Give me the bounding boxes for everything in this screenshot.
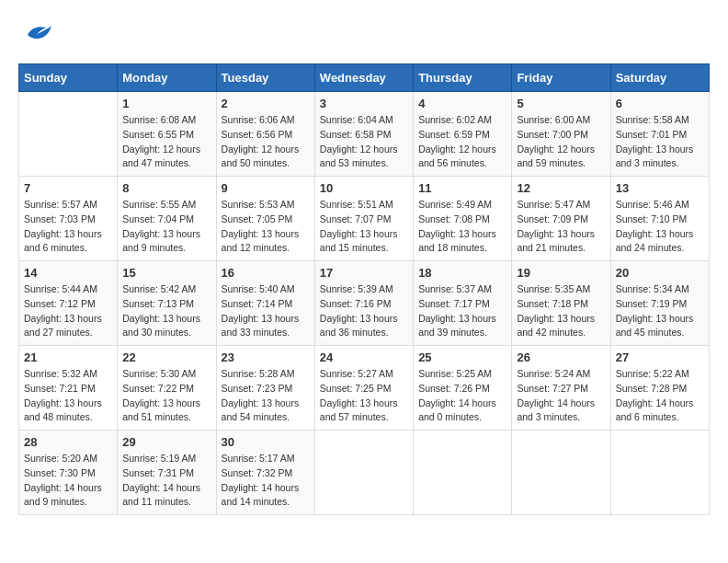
calendar-cell: 10Sunrise: 5:51 AMSunset: 7:07 PMDayligh… bbox=[314, 177, 413, 261]
calendar-cell: 2Sunrise: 6:06 AMSunset: 6:56 PMDaylight… bbox=[216, 92, 314, 177]
day-info: Sunrise: 5:49 AMSunset: 7:08 PMDaylight:… bbox=[418, 198, 506, 256]
day-number: 22 bbox=[122, 350, 210, 364]
calendar-cell bbox=[314, 431, 413, 515]
day-info: Sunrise: 6:04 AMSunset: 6:58 PMDaylight:… bbox=[320, 113, 408, 171]
day-number: 4 bbox=[418, 97, 506, 110]
calendar-cell: 24Sunrise: 5:27 AMSunset: 7:25 PMDayligh… bbox=[314, 346, 413, 431]
day-info: Sunrise: 5:51 AMSunset: 7:07 PMDaylight:… bbox=[320, 198, 408, 256]
calendar-cell bbox=[19, 92, 118, 177]
logo bbox=[18, 18, 53, 54]
day-number: 18 bbox=[418, 266, 506, 280]
day-info: Sunrise: 5:22 AMSunset: 7:28 PMDaylight:… bbox=[616, 367, 704, 425]
calendar-cell: 4Sunrise: 6:02 AMSunset: 6:59 PMDaylight… bbox=[414, 92, 512, 177]
day-info: Sunrise: 5:30 AMSunset: 7:22 PMDaylight:… bbox=[122, 367, 210, 425]
day-info: Sunrise: 5:37 AMSunset: 7:17 PMDaylight:… bbox=[418, 282, 506, 340]
day-info: Sunrise: 5:17 AMSunset: 7:32 PMDaylight:… bbox=[222, 452, 310, 510]
day-number: 8 bbox=[122, 181, 210, 195]
calendar-cell: 12Sunrise: 5:47 AMSunset: 7:09 PMDayligh… bbox=[512, 177, 610, 261]
calendar-cell: 11Sunrise: 5:49 AMSunset: 7:08 PMDayligh… bbox=[414, 177, 512, 261]
day-number: 24 bbox=[320, 350, 408, 364]
day-number: 13 bbox=[616, 181, 704, 195]
calendar-cell: 8Sunrise: 5:55 AMSunset: 7:04 PMDaylight… bbox=[118, 177, 216, 261]
calendar-cell: 26Sunrise: 5:24 AMSunset: 7:27 PMDayligh… bbox=[512, 346, 610, 431]
column-header-wednesday: Wednesday bbox=[314, 64, 413, 92]
calendar-cell: 27Sunrise: 5:22 AMSunset: 7:28 PMDayligh… bbox=[610, 346, 709, 431]
day-info: Sunrise: 5:34 AMSunset: 7:19 PMDaylight:… bbox=[616, 282, 704, 340]
calendar-week-5: 28Sunrise: 5:20 AMSunset: 7:30 PMDayligh… bbox=[19, 431, 710, 515]
day-info: Sunrise: 5:39 AMSunset: 7:16 PMDaylight:… bbox=[320, 282, 408, 340]
calendar-cell: 13Sunrise: 5:46 AMSunset: 7:10 PMDayligh… bbox=[610, 177, 709, 261]
column-header-sunday: Sunday bbox=[19, 64, 118, 92]
calendar-week-2: 7Sunrise: 5:57 AMSunset: 7:03 PMDaylight… bbox=[19, 177, 710, 261]
day-info: Sunrise: 5:47 AMSunset: 7:09 PMDaylight:… bbox=[517, 198, 605, 256]
day-number: 28 bbox=[24, 435, 112, 449]
logo-bird-icon bbox=[24, 18, 53, 54]
column-header-tuesday: Tuesday bbox=[216, 64, 314, 92]
day-info: Sunrise: 5:44 AMSunset: 7:12 PMDaylight:… bbox=[24, 282, 112, 340]
day-number: 23 bbox=[222, 350, 310, 364]
calendar-cell: 14Sunrise: 5:44 AMSunset: 7:12 PMDayligh… bbox=[19, 261, 118, 346]
day-number: 10 bbox=[320, 181, 408, 195]
day-number: 29 bbox=[122, 435, 210, 449]
day-number: 2 bbox=[222, 97, 310, 110]
day-info: Sunrise: 5:19 AMSunset: 7:31 PMDaylight:… bbox=[122, 452, 210, 510]
calendar-table: SundayMondayTuesdayWednesdayThursdayFrid… bbox=[18, 63, 710, 515]
calendar-cell: 20Sunrise: 5:34 AMSunset: 7:19 PMDayligh… bbox=[610, 261, 709, 346]
calendar-cell bbox=[512, 431, 610, 515]
day-info: Sunrise: 5:53 AMSunset: 7:05 PMDaylight:… bbox=[222, 198, 310, 256]
calendar-cell: 29Sunrise: 5:19 AMSunset: 7:31 PMDayligh… bbox=[118, 431, 216, 515]
day-number: 21 bbox=[24, 350, 112, 364]
calendar-cell: 3Sunrise: 6:04 AMSunset: 6:58 PMDaylight… bbox=[314, 92, 413, 177]
day-info: Sunrise: 5:58 AMSunset: 7:01 PMDaylight:… bbox=[616, 113, 704, 171]
day-number: 1 bbox=[122, 97, 210, 110]
day-info: Sunrise: 5:46 AMSunset: 7:10 PMDaylight:… bbox=[616, 198, 704, 256]
day-number: 15 bbox=[122, 266, 210, 280]
calendar-cell: 6Sunrise: 5:58 AMSunset: 7:01 PMDaylight… bbox=[610, 92, 709, 177]
column-header-monday: Monday bbox=[118, 64, 216, 92]
day-info: Sunrise: 5:40 AMSunset: 7:14 PMDaylight:… bbox=[222, 282, 310, 340]
calendar-cell: 5Sunrise: 6:00 AMSunset: 7:00 PMDaylight… bbox=[512, 92, 610, 177]
day-info: Sunrise: 5:27 AMSunset: 7:25 PMDaylight:… bbox=[320, 367, 408, 425]
day-number: 11 bbox=[418, 181, 506, 195]
calendar-cell: 22Sunrise: 5:30 AMSunset: 7:22 PMDayligh… bbox=[118, 346, 216, 431]
day-number: 26 bbox=[517, 350, 605, 364]
calendar-cell: 21Sunrise: 5:32 AMSunset: 7:21 PMDayligh… bbox=[19, 346, 118, 431]
column-header-thursday: Thursday bbox=[414, 64, 512, 92]
day-info: Sunrise: 5:55 AMSunset: 7:04 PMDaylight:… bbox=[122, 198, 210, 256]
calendar-week-4: 21Sunrise: 5:32 AMSunset: 7:21 PMDayligh… bbox=[19, 346, 710, 431]
calendar-cell: 1Sunrise: 6:08 AMSunset: 6:55 PMDaylight… bbox=[118, 92, 216, 177]
day-number: 25 bbox=[418, 350, 506, 364]
day-info: Sunrise: 6:08 AMSunset: 6:55 PMDaylight:… bbox=[122, 113, 210, 171]
day-number: 30 bbox=[222, 435, 310, 449]
day-number: 5 bbox=[517, 97, 605, 110]
day-info: Sunrise: 5:57 AMSunset: 7:03 PMDaylight:… bbox=[24, 198, 112, 256]
day-number: 19 bbox=[517, 266, 605, 280]
calendar-week-3: 14Sunrise: 5:44 AMSunset: 7:12 PMDayligh… bbox=[19, 261, 710, 346]
header bbox=[18, 18, 710, 54]
calendar-cell: 18Sunrise: 5:37 AMSunset: 7:17 PMDayligh… bbox=[414, 261, 512, 346]
day-number: 6 bbox=[616, 97, 704, 110]
day-info: Sunrise: 6:06 AMSunset: 6:56 PMDaylight:… bbox=[222, 113, 310, 171]
day-info: Sunrise: 6:00 AMSunset: 7:00 PMDaylight:… bbox=[517, 113, 605, 171]
day-number: 9 bbox=[222, 181, 310, 195]
calendar-cell: 25Sunrise: 5:25 AMSunset: 7:26 PMDayligh… bbox=[414, 346, 512, 431]
calendar-cell: 19Sunrise: 5:35 AMSunset: 7:18 PMDayligh… bbox=[512, 261, 610, 346]
day-info: Sunrise: 5:28 AMSunset: 7:23 PMDaylight:… bbox=[222, 367, 310, 425]
day-number: 20 bbox=[616, 266, 704, 280]
calendar-header-row: SundayMondayTuesdayWednesdayThursdayFrid… bbox=[19, 64, 710, 92]
column-header-friday: Friday bbox=[512, 64, 610, 92]
day-info: Sunrise: 5:42 AMSunset: 7:13 PMDaylight:… bbox=[122, 282, 210, 340]
day-info: Sunrise: 5:24 AMSunset: 7:27 PMDaylight:… bbox=[517, 367, 605, 425]
day-info: Sunrise: 6:02 AMSunset: 6:59 PMDaylight:… bbox=[418, 113, 506, 171]
day-number: 27 bbox=[616, 350, 704, 364]
day-number: 12 bbox=[517, 181, 605, 195]
day-info: Sunrise: 5:32 AMSunset: 7:21 PMDaylight:… bbox=[24, 367, 112, 425]
calendar-cell: 15Sunrise: 5:42 AMSunset: 7:13 PMDayligh… bbox=[118, 261, 216, 346]
calendar-cell: 28Sunrise: 5:20 AMSunset: 7:30 PMDayligh… bbox=[19, 431, 118, 515]
day-number: 16 bbox=[222, 266, 310, 280]
calendar-cell: 7Sunrise: 5:57 AMSunset: 7:03 PMDaylight… bbox=[19, 177, 118, 261]
column-header-saturday: Saturday bbox=[610, 64, 709, 92]
calendar-cell: 30Sunrise: 5:17 AMSunset: 7:32 PMDayligh… bbox=[216, 431, 314, 515]
day-number: 17 bbox=[320, 266, 408, 280]
calendar-cell bbox=[414, 431, 512, 515]
